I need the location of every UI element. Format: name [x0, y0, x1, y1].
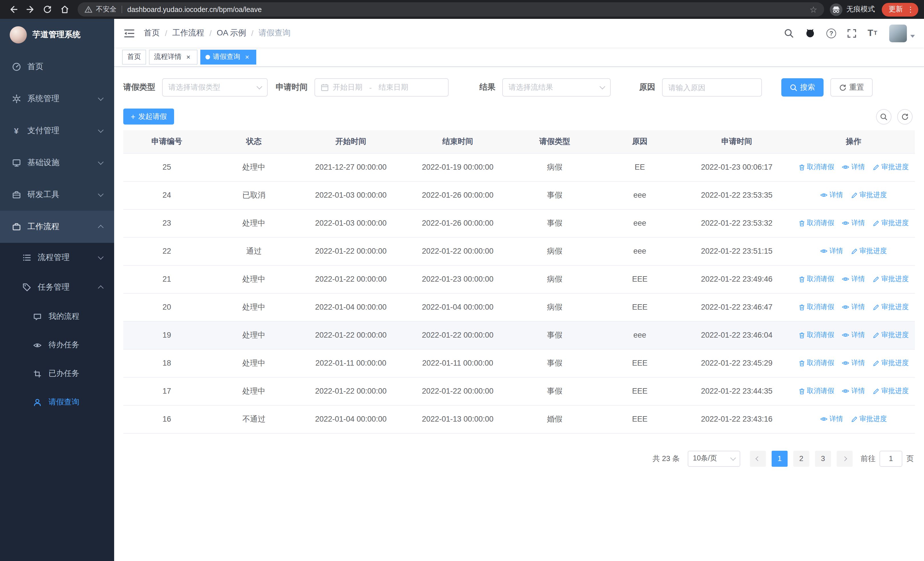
reload-icon[interactable]: [40, 2, 55, 17]
approval-progress-link[interactable]: 审批进度: [873, 274, 909, 284]
approval-progress-link[interactable]: 审批进度: [873, 302, 909, 312]
reset-button[interactable]: 重置: [830, 78, 873, 96]
cancel-leave-link[interactable]: 取消请假: [798, 302, 834, 312]
start-date-placeholder[interactable]: 开始日期: [333, 82, 362, 93]
result-select[interactable]: 请选择流结果: [502, 78, 610, 96]
detail-link[interactable]: 详情: [842, 302, 865, 311]
approval-progress-link[interactable]: 审批进度: [873, 386, 909, 396]
cancel-leave-link[interactable]: 取消请假: [798, 274, 834, 284]
toggle-search-button[interactable]: [876, 109, 891, 124]
trash-icon: [798, 220, 805, 227]
address-bar[interactable]: 不安全 dashboard.yudao.iocoder.cn/bpm/oa/le…: [78, 2, 824, 17]
sidebar-item-payment[interactable]: 支付管理: [0, 115, 114, 147]
breadcrumb-workflow[interactable]: 工作流程: [172, 28, 204, 38]
approval-progress-link[interactable]: 审批进度: [851, 246, 887, 256]
apply-time-range-picker[interactable]: 开始日期 - 结束日期: [315, 78, 448, 96]
refresh-icon: [839, 84, 846, 91]
home-icon[interactable]: [57, 2, 72, 17]
kebab-menu-icon[interactable]: [907, 6, 914, 13]
page-size-value: 10条/页: [693, 454, 717, 463]
approval-progress-link[interactable]: 审批进度: [873, 162, 909, 172]
detail-link[interactable]: 详情: [842, 218, 865, 228]
bookmark-star-icon[interactable]: [810, 5, 817, 14]
sidebar-item-workflow[interactable]: 工作流程: [0, 211, 114, 243]
forward-icon[interactable]: [23, 2, 38, 17]
goto-page-input[interactable]: [879, 450, 902, 466]
approval-progress-label: 审批进度: [881, 274, 909, 284]
fullscreen-icon[interactable]: [847, 28, 856, 38]
reason-input[interactable]: [662, 78, 762, 96]
detail-link[interactable]: 详情: [820, 414, 843, 424]
sidebar-item-done-tasks[interactable]: 已办任务: [0, 359, 114, 388]
cancel-leave-link[interactable]: 取消请假: [798, 358, 834, 368]
tab-home[interactable]: 首页: [122, 50, 146, 64]
sidebar-item-label: 我的流程: [48, 311, 80, 322]
sidebar-item-system[interactable]: 系统管理: [0, 83, 114, 115]
github-icon[interactable]: [805, 28, 816, 38]
cell-end-time: 2022-01-04 00:00:00: [404, 293, 511, 321]
cancel-leave-link[interactable]: 取消请假: [798, 386, 834, 396]
cancel-leave-label: 取消请假: [807, 162, 834, 172]
next-page-button[interactable]: [837, 450, 853, 466]
tab-leave-query[interactable]: 请假查询: [200, 50, 256, 64]
user-menu[interactable]: [889, 24, 915, 42]
total-count-label: 共 23 条: [652, 453, 680, 463]
security-label[interactable]: 不安全: [96, 5, 116, 14]
approval-progress-link[interactable]: 审批进度: [873, 358, 909, 368]
detail-link[interactable]: 详情: [820, 246, 843, 256]
cancel-leave-link[interactable]: 取消请假: [798, 330, 834, 340]
refresh-table-button[interactable]: [897, 109, 913, 124]
tab-process-detail[interactable]: 流程详情: [149, 50, 198, 64]
breadcrumb-oa-example[interactable]: OA 示例: [217, 28, 246, 38]
create-leave-button[interactable]: 发起请假: [123, 108, 174, 125]
leave-type-select[interactable]: 请选择请假类型: [162, 78, 268, 96]
detail-link[interactable]: 详情: [842, 330, 865, 340]
sidebar-item-infrastructure[interactable]: 基础设施: [0, 147, 114, 179]
approval-progress-link[interactable]: 审批进度: [873, 218, 909, 228]
cancel-leave-label: 取消请假: [807, 330, 834, 340]
detail-label: 详情: [851, 274, 865, 284]
page-button-3[interactable]: 3: [815, 450, 831, 466]
sidebar-item-leave-query[interactable]: 请假查询: [0, 388, 114, 417]
sidebar-item-todo-tasks[interactable]: 待办任务: [0, 331, 114, 359]
detail-label: 详情: [851, 330, 865, 340]
close-icon[interactable]: [243, 53, 251, 61]
end-date-placeholder[interactable]: 结束日期: [379, 82, 408, 93]
approval-progress-link[interactable]: 审批进度: [873, 330, 909, 340]
page-button-2[interactable]: 2: [793, 450, 809, 466]
detail-link[interactable]: 详情: [842, 162, 865, 171]
sidebar-item-task-management[interactable]: 任务管理: [0, 272, 114, 302]
close-icon[interactable]: [184, 53, 192, 61]
detail-link[interactable]: 详情: [842, 386, 865, 396]
update-button[interactable]: 更新: [882, 3, 918, 16]
chevron-down-icon: [730, 455, 736, 460]
detail-link[interactable]: 详情: [842, 274, 865, 284]
page-button-1[interactable]: 1: [772, 450, 788, 466]
help-icon[interactable]: [826, 28, 836, 38]
prev-page-button[interactable]: [750, 450, 766, 466]
approval-progress-label: 审批进度: [860, 414, 887, 424]
page-size-select[interactable]: 10条/页: [688, 450, 740, 466]
cancel-leave-link[interactable]: 取消请假: [798, 162, 834, 172]
cell-status: 处理中: [210, 293, 297, 321]
sidebar-item-my-processes[interactable]: 我的流程: [0, 302, 114, 331]
sidebar-toggle-button[interactable]: [123, 27, 135, 39]
sidebar: 芋道管理系统 首页 系统管理 支付管理: [0, 19, 114, 561]
back-icon[interactable]: [6, 2, 21, 17]
crop-icon: [33, 369, 42, 378]
breadcrumb-home[interactable]: 首页: [144, 28, 160, 38]
table-row: 17 处理中 2022-01-22 00:00:00 2022-01-22 00…: [123, 377, 915, 405]
cancel-leave-link[interactable]: 取消请假: [798, 218, 834, 228]
search-icon[interactable]: [784, 28, 794, 38]
sidebar-item-process-management[interactable]: 流程管理: [0, 243, 114, 272]
sidebar-item-devtools[interactable]: 研发工具: [0, 179, 114, 211]
detail-link[interactable]: 详情: [820, 190, 843, 200]
search-button[interactable]: 搜索: [782, 78, 824, 96]
avatar[interactable]: [889, 24, 907, 42]
approval-progress-link[interactable]: 审批进度: [851, 414, 887, 424]
font-size-icon[interactable]: [867, 29, 877, 38]
detail-link[interactable]: 详情: [842, 358, 865, 368]
approval-progress-link[interactable]: 审批进度: [851, 190, 887, 200]
sidebar-item-home[interactable]: 首页: [0, 51, 114, 83]
url-text[interactable]: dashboard.yudao.iocoder.cn/bpm/oa/leave: [127, 5, 262, 14]
